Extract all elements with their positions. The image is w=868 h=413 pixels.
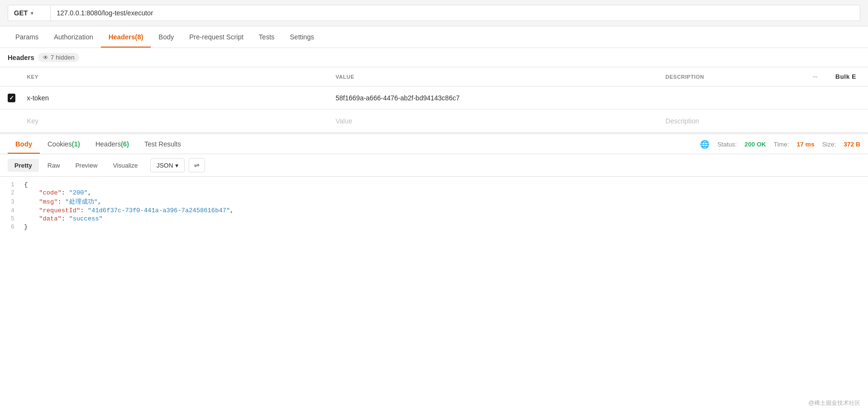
empty-row: Key Value Description bbox=[0, 109, 868, 133]
row-value[interactable]: 58f1669a-a666-4476-ab2f-bd94143c86c7 bbox=[330, 90, 660, 106]
tab-body[interactable]: Body bbox=[151, 26, 181, 48]
json-format-label: JSON bbox=[157, 162, 173, 169]
code-content-6: } bbox=[24, 223, 868, 231]
status-label: Status: bbox=[717, 141, 736, 148]
code-content-4: "requestId": "41d6f37c-73f0-441a-a396-7a… bbox=[24, 207, 868, 214]
row-description[interactable] bbox=[660, 94, 868, 102]
tab-authorization[interactable]: Authorization bbox=[46, 26, 101, 48]
hidden-badge[interactable]: 👁 7 hidden bbox=[38, 53, 79, 62]
th-more[interactable]: ··· bbox=[801, 72, 830, 82]
format-raw[interactable]: Raw bbox=[41, 159, 67, 172]
line-num-1: 1 bbox=[0, 182, 24, 188]
method-selector[interactable]: GET ▾ bbox=[8, 5, 51, 21]
response-tab-cookies[interactable]: Cookies(1) bbox=[40, 134, 88, 154]
code-line-6: 6 } bbox=[0, 223, 868, 231]
empty-checkbox bbox=[0, 117, 21, 125]
checkbox-checked[interactable] bbox=[8, 94, 15, 102]
row-checkbox[interactable] bbox=[0, 90, 21, 106]
table-row: x-token 58f1669a-a666-4476-ab2f-bd94143c… bbox=[0, 86, 868, 109]
line-num-4: 4 bbox=[0, 207, 24, 214]
th-bulk: Bulk E bbox=[830, 71, 868, 82]
response-tab-headers[interactable]: Headers(6) bbox=[88, 134, 137, 154]
response-tabs-row: Body Cookies(1) Headers(6) Test Results … bbox=[0, 134, 868, 154]
format-bar: Pretty Raw Preview Visualize JSON ▾ ⇌ bbox=[0, 154, 868, 177]
format-pretty[interactable]: Pretty bbox=[8, 159, 39, 172]
tab-prerequest[interactable]: Pre-request Script bbox=[181, 26, 251, 48]
tab-settings[interactable]: Settings bbox=[282, 26, 322, 48]
url-input[interactable] bbox=[51, 5, 860, 21]
tab-headers[interactable]: Headers(8) bbox=[101, 26, 151, 48]
method-chevron: ▾ bbox=[31, 11, 33, 16]
th-key: KEY bbox=[21, 72, 330, 82]
code-line-1: 1 { bbox=[0, 181, 868, 189]
method-label: GET bbox=[14, 9, 28, 17]
time-label: Time: bbox=[773, 141, 789, 148]
row-key[interactable]: x-token bbox=[21, 90, 330, 106]
code-line-5: 5 "data": "success" bbox=[0, 215, 868, 223]
line-num-5: 5 bbox=[0, 216, 24, 222]
code-content-5: "data": "success" bbox=[24, 215, 868, 222]
json-chevron: ▾ bbox=[175, 162, 179, 169]
code-line-4: 4 "requestId": "41d6f37c-73f0-441a-a396-… bbox=[0, 206, 868, 215]
format-preview[interactable]: Preview bbox=[69, 159, 104, 172]
eye-icon: 👁 bbox=[43, 54, 48, 61]
line-num-2: 2 bbox=[0, 190, 24, 196]
empty-key-input[interactable]: Key bbox=[21, 113, 330, 129]
th-description: DESCRIPTION bbox=[660, 72, 801, 82]
status-value: 200 OK bbox=[745, 141, 766, 148]
tab-params[interactable]: Params bbox=[8, 26, 46, 48]
time-value: 17 ms bbox=[797, 141, 815, 148]
hidden-count: 7 hidden bbox=[50, 54, 74, 61]
code-content-3: "msg": "处理成功", bbox=[24, 197, 868, 206]
wrap-button[interactable]: ⇌ bbox=[189, 158, 205, 172]
globe-icon[interactable]: 🌐 bbox=[700, 140, 710, 149]
tab-tests[interactable]: Tests bbox=[251, 26, 282, 48]
format-visualize[interactable]: Visualize bbox=[106, 159, 145, 172]
code-line-3: 3 "msg": "处理成功", bbox=[0, 197, 868, 206]
empty-value-input[interactable]: Value bbox=[330, 113, 660, 129]
line-num-3: 3 bbox=[0, 199, 24, 206]
response-section: Body Cookies(1) Headers(6) Test Results … bbox=[0, 133, 868, 235]
url-bar: GET ▾ bbox=[0, 0, 868, 26]
json-format-selector[interactable]: JSON ▾ bbox=[150, 158, 185, 172]
request-tabs-row: Params Authorization Headers(8) Body Pre… bbox=[0, 26, 868, 48]
response-tab-body[interactable]: Body bbox=[8, 134, 40, 154]
th-checkbox bbox=[0, 75, 21, 79]
response-tab-testresults[interactable]: Test Results bbox=[137, 134, 189, 154]
headers-section-header: Headers 👁 7 hidden bbox=[0, 48, 868, 67]
response-status-area: 🌐 Status: 200 OK Time: 17 ms Size: 372 B bbox=[700, 140, 860, 149]
table-header-row: KEY VALUE DESCRIPTION ··· Bulk E bbox=[0, 67, 868, 86]
code-content-2: "code": "200", bbox=[24, 189, 868, 196]
code-area: 1 { 2 "code": "200", 3 "msg": "处理成功", 4 … bbox=[0, 177, 868, 235]
th-value: VALUE bbox=[330, 72, 660, 82]
code-line-2: 2 "code": "200", bbox=[0, 189, 868, 197]
section-title: Headers bbox=[8, 54, 34, 61]
code-content-1: { bbox=[24, 181, 868, 188]
headers-table: KEY VALUE DESCRIPTION ··· Bulk E x-token… bbox=[0, 67, 868, 133]
size-label: Size: bbox=[822, 141, 836, 148]
line-num-6: 6 bbox=[0, 224, 24, 231]
empty-desc-input[interactable]: Description bbox=[660, 113, 868, 129]
size-value: 372 B bbox=[844, 141, 860, 148]
